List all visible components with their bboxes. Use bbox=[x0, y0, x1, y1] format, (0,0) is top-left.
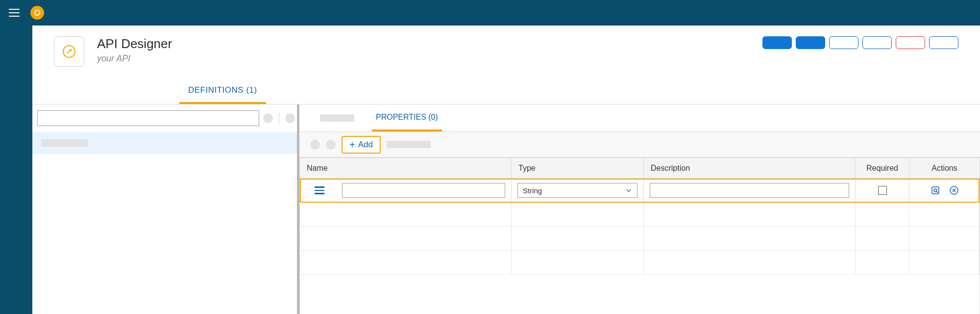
detail-tab-general[interactable] bbox=[316, 105, 358, 131]
property-row-empty bbox=[300, 251, 980, 275]
column-header-type: Type bbox=[512, 158, 644, 178]
header-action-1[interactable] bbox=[762, 36, 792, 49]
property-row: String bbox=[300, 179, 980, 203]
header-action-6[interactable] bbox=[929, 36, 958, 49]
property-name-input[interactable] bbox=[342, 183, 505, 198]
page-subtitle: your API bbox=[97, 53, 172, 64]
property-details-button[interactable] bbox=[931, 185, 940, 195]
column-header-description: Description bbox=[644, 158, 856, 178]
toolbar-action-1[interactable] bbox=[310, 140, 320, 150]
detail-tab-properties[interactable]: PROPERTIES (0) bbox=[372, 105, 442, 131]
details-icon bbox=[931, 185, 940, 195]
delete-icon bbox=[949, 185, 959, 195]
header-action-2[interactable] bbox=[796, 36, 825, 49]
api-designer-icon bbox=[54, 36, 84, 67]
sidebar-action-1[interactable] bbox=[263, 113, 273, 123]
page-title: API Designer bbox=[97, 36, 172, 52]
header-action-5[interactable] bbox=[896, 36, 925, 49]
column-header-required: Required bbox=[856, 158, 909, 178]
plus-icon: + bbox=[349, 140, 355, 150]
tab-definitions[interactable]: DEFINITIONS (1) bbox=[179, 78, 266, 104]
definitions-search-input[interactable] bbox=[37, 110, 259, 126]
property-type-value: String bbox=[523, 186, 542, 195]
property-row-empty bbox=[300, 227, 980, 251]
add-button-label: Add bbox=[358, 140, 373, 150]
chevron-down-icon bbox=[625, 187, 632, 194]
column-header-name: Name bbox=[300, 158, 512, 178]
property-required-checkbox[interactable] bbox=[878, 186, 887, 195]
menu-button[interactable] bbox=[8, 6, 21, 20]
toolbar-placeholder bbox=[387, 141, 431, 148]
svg-line-3 bbox=[936, 191, 938, 193]
column-header-actions: Actions bbox=[909, 158, 980, 178]
brand-logo bbox=[30, 6, 44, 20]
toolbar-action-2[interactable] bbox=[326, 140, 336, 150]
add-property-button[interactable]: + Add bbox=[342, 136, 381, 154]
sidebar-action-2[interactable] bbox=[285, 113, 295, 123]
header-action-4[interactable] bbox=[862, 36, 892, 49]
property-type-select[interactable]: String bbox=[517, 183, 637, 198]
property-description-input[interactable] bbox=[650, 183, 849, 198]
header-action-3[interactable] bbox=[829, 36, 858, 49]
property-row-empty bbox=[300, 203, 980, 227]
property-delete-button[interactable] bbox=[949, 185, 959, 195]
drag-handle-icon[interactable] bbox=[315, 186, 324, 194]
definition-item-selected[interactable] bbox=[32, 132, 299, 154]
